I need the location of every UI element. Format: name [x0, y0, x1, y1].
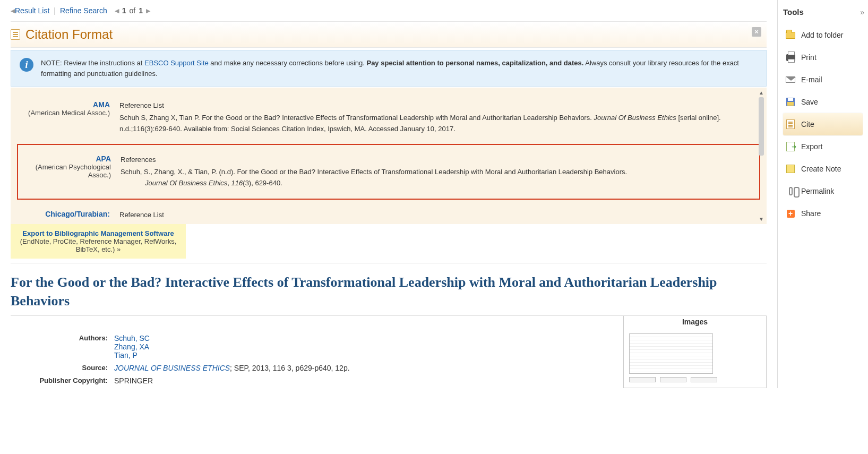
support-site-link[interactable]: EBSCO Support Site — [144, 59, 209, 67]
share-icon: + — [785, 209, 796, 218]
format-label: Chicago/Turabian: — [21, 210, 110, 218]
document-icon — [11, 29, 20, 40]
tools-heading: Tools — [783, 7, 804, 16]
tool-print[interactable]: Print — [783, 46, 863, 68]
scroll-up-icon[interactable]: ▲ — [758, 90, 764, 96]
citation-row-apa: APA (American Psychological Assoc.) Refe… — [22, 145, 755, 198]
tool-cite[interactable]: Cite — [783, 113, 863, 135]
tool-permalink[interactable]: Permalink — [783, 180, 863, 202]
publisher-value: SPRINGER — [114, 376, 613, 385]
pager-next-icon[interactable]: ▶ — [146, 7, 150, 14]
author-link[interactable]: Schuh, SC — [114, 334, 613, 342]
note-icon — [785, 164, 796, 174]
print-icon — [785, 53, 796, 62]
export-box: Export to Bibliographic Management Softw… — [11, 224, 186, 259]
author-link[interactable]: Tian, P — [114, 351, 613, 359]
citation-row-ama: AMA (American Medical Assoc.) Reference … — [21, 91, 756, 144]
author-link[interactable]: Zhang, XA — [114, 342, 613, 351]
result-list-link[interactable]: Result List — [15, 6, 49, 15]
image-thumbnail[interactable] — [629, 377, 656, 382]
export-biblio-link[interactable]: Export to Bibliographic Management Softw… — [22, 229, 174, 237]
mail-icon — [785, 75, 796, 84]
close-icon[interactable]: × — [752, 27, 761, 37]
image-thumbnail[interactable] — [660, 377, 686, 382]
tool-share[interactable]: + Share — [783, 202, 863, 225]
cite-icon — [785, 119, 796, 129]
pager: ◀ 1 of 1 ▶ — [115, 6, 150, 15]
chevron-right-icon[interactable]: » — [860, 8, 863, 16]
export-icon — [785, 142, 796, 151]
pager-prev-icon[interactable]: ◀ — [115, 7, 119, 14]
breadcrumb-pager: ◀ Result List | Refine Search ◀ 1 of 1 ▶ — [11, 0, 767, 21]
info-icon: i — [20, 58, 33, 72]
publisher-label: Publisher Copyright: — [11, 376, 114, 385]
tool-export[interactable]: Export — [783, 135, 863, 158]
note-box: i NOTE: Review the instructions at EBSCO… — [11, 50, 767, 87]
citation-row-apa-highlight: APA (American Psychological Assoc.) Refe… — [17, 144, 760, 199]
image-thumbnail[interactable] — [691, 377, 717, 382]
source-link[interactable]: JOURNAL OF BUSINESS ETHICS — [114, 364, 230, 372]
images-heading: Images — [624, 316, 766, 330]
citation-header: Citation Format × — [11, 21, 767, 48]
format-label: APA — [22, 155, 111, 163]
save-icon — [785, 97, 796, 107]
format-label: AMA — [21, 100, 110, 109]
tool-add-folder[interactable]: Add to folder — [783, 24, 863, 46]
scroll-down-icon[interactable]: ▼ — [758, 216, 764, 222]
chevron-left-icon: ◀ — [11, 7, 15, 14]
tool-create-note[interactable]: Create Note — [783, 158, 863, 180]
image-thumbnail[interactable] — [629, 333, 713, 374]
citation-row-chicago: Chicago/Turabian: Reference List — [21, 200, 756, 224]
link-icon — [785, 186, 796, 196]
refine-search-link[interactable]: Refine Search — [60, 6, 107, 15]
images-panel: Images — [623, 316, 767, 388]
folder-icon — [785, 30, 796, 40]
tool-save[interactable]: Save — [783, 91, 863, 113]
tool-email[interactable]: E-mail — [783, 68, 863, 91]
scrollbar[interactable] — [759, 97, 764, 156]
citation-list: ▲ AMA (American Medical Assoc.) Referenc… — [11, 88, 767, 224]
tools-sidebar: Tools » Add to folder Print E-mail Save … — [778, 0, 868, 388]
article-title: For the Good or the Bad? Interactive Eff… — [11, 263, 767, 316]
citation-title: Citation Format — [25, 27, 113, 42]
source-label: Source: — [11, 364, 114, 372]
authors-label: Authors: — [11, 334, 114, 359]
